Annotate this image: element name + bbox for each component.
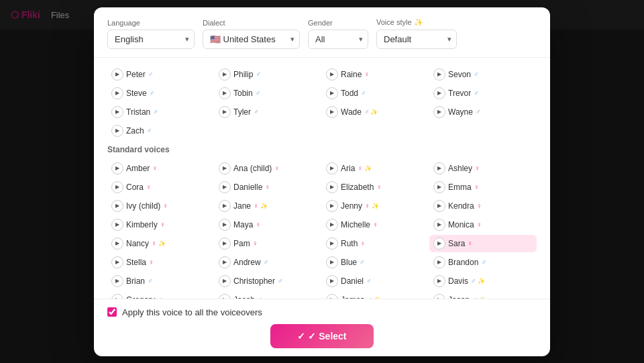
voice-item[interactable]: ▶Brian♂ bbox=[107, 272, 215, 290]
voice-item[interactable]: ▶Ana (child)♀ bbox=[215, 160, 322, 177]
play-voice-button[interactable]: ▶ bbox=[326, 106, 338, 118]
voice-item[interactable]: ▶Blue♂ bbox=[322, 254, 429, 271]
voice-item[interactable]: ▶Zach♂ bbox=[107, 122, 215, 140]
play-voice-button[interactable]: ▶ bbox=[111, 162, 123, 174]
voice-item[interactable]: ▶Tobin♂ bbox=[215, 85, 322, 102]
dialect-select[interactable]: 🇺🇸 United States bbox=[203, 30, 300, 49]
voice-style-select[interactable]: Default bbox=[376, 30, 457, 49]
voice-item[interactable]: ▶Monica♀ bbox=[429, 216, 537, 234]
play-voice-button[interactable]: ▶ bbox=[111, 68, 123, 81]
voice-item[interactable]: ▶Elizabeth♀ bbox=[322, 178, 429, 196]
voice-item[interactable]: ▶Ivy (child)♀ bbox=[107, 197, 215, 215]
play-voice-button[interactable]: ▶ bbox=[219, 106, 231, 118]
play-voice-button[interactable]: ▶ bbox=[219, 162, 231, 174]
voice-item[interactable]: ▶Andrew♂ bbox=[215, 254, 322, 271]
voice-item[interactable]: ▶Kimberly♀ bbox=[107, 216, 215, 234]
play-voice-button[interactable]: ▶ bbox=[326, 256, 338, 268]
voice-item[interactable]: ▶Wayne♂ bbox=[429, 103, 537, 121]
voice-badges: ♀✨ bbox=[358, 164, 372, 172]
voice-item[interactable]: ▶Sevon♂ bbox=[429, 66, 537, 83]
play-voice-button[interactable]: ▶ bbox=[326, 219, 338, 231]
apply-all-checkbox[interactable] bbox=[107, 307, 117, 317]
play-voice-button[interactable]: ▶ bbox=[219, 294, 231, 299]
voice-item[interactable]: ▶Pam♀ bbox=[215, 235, 322, 252]
play-voice-button[interactable]: ▶ bbox=[219, 256, 231, 268]
play-voice-button[interactable]: ▶ bbox=[433, 200, 445, 212]
voice-item[interactable]: ▶Philip♂ bbox=[215, 66, 322, 83]
voice-item[interactable]: ▶Tristan♂ bbox=[107, 103, 215, 121]
play-voice-button[interactable]: ▶ bbox=[219, 219, 231, 231]
voice-item[interactable]: ▶Jacob♂ bbox=[215, 291, 322, 299]
play-voice-button[interactable]: ▶ bbox=[326, 68, 338, 81]
play-voice-button[interactable]: ▶ bbox=[111, 238, 123, 250]
play-voice-button[interactable]: ▶ bbox=[433, 219, 445, 231]
voice-item[interactable]: ▶Kendra♀ bbox=[429, 197, 537, 215]
voice-name: Wade bbox=[341, 107, 362, 117]
voice-item[interactable]: ▶Nancy♀✨ bbox=[107, 235, 215, 252]
voice-item[interactable]: ▶Raine♀ bbox=[322, 66, 429, 83]
voice-item[interactable]: ▶Brandon♂ bbox=[429, 254, 537, 271]
voice-item[interactable]: ▶Aria♀✨ bbox=[322, 160, 429, 177]
voice-item[interactable]: ▶Gregory♂ bbox=[107, 291, 215, 299]
play-voice-button[interactable]: ▶ bbox=[111, 125, 123, 137]
voice-item[interactable]: ▶Emma♀ bbox=[429, 178, 537, 196]
voice-item[interactable]: ▶Todd♂ bbox=[322, 85, 429, 102]
play-voice-button[interactable]: ▶ bbox=[433, 256, 445, 268]
play-voice-button[interactable]: ▶ bbox=[326, 87, 338, 99]
voice-item[interactable]: ▶Jenny♀✨ bbox=[322, 197, 429, 215]
play-voice-button[interactable]: ▶ bbox=[433, 87, 445, 99]
play-voice-button[interactable]: ▶ bbox=[433, 294, 445, 299]
voice-item[interactable]: ▶Stella♀ bbox=[107, 254, 215, 271]
gender-select[interactable]: All Male Female bbox=[308, 30, 368, 49]
voice-item[interactable]: ▶Tyler♂ bbox=[215, 103, 322, 121]
play-voice-button[interactable]: ▶ bbox=[326, 238, 338, 250]
play-voice-button[interactable]: ▶ bbox=[111, 294, 123, 299]
voice-item[interactable]: ▶Cora♀ bbox=[107, 178, 215, 196]
language-select[interactable]: English bbox=[107, 30, 195, 49]
voice-item[interactable]: ▶Ruth♀ bbox=[322, 235, 429, 252]
play-voice-button[interactable]: ▶ bbox=[326, 181, 338, 193]
select-button[interactable]: ✓ Select bbox=[270, 324, 373, 348]
play-voice-button[interactable]: ▶ bbox=[326, 275, 338, 287]
voice-item[interactable]: ▶Christopher♂ bbox=[215, 272, 322, 290]
voice-item[interactable]: ▶Davis♂✨ bbox=[429, 272, 537, 290]
play-voice-button[interactable]: ▶ bbox=[219, 200, 231, 212]
play-voice-button[interactable]: ▶ bbox=[111, 219, 123, 231]
voice-item[interactable]: ▶Sara♀ bbox=[429, 235, 537, 252]
play-voice-button[interactable]: ▶ bbox=[326, 200, 338, 212]
gender-label: Gender bbox=[308, 19, 368, 27]
voice-item[interactable]: ▶Jason♂✨ bbox=[429, 291, 537, 299]
play-voice-button[interactable]: ▶ bbox=[111, 181, 123, 193]
voice-item[interactable]: ▶Amber♀ bbox=[107, 160, 215, 177]
voice-name: Brandon bbox=[448, 258, 478, 267]
play-voice-button[interactable]: ▶ bbox=[326, 294, 338, 299]
play-voice-button[interactable]: ▶ bbox=[111, 106, 123, 118]
voice-item[interactable]: ▶Michelle♀ bbox=[322, 216, 429, 234]
play-voice-button[interactable]: ▶ bbox=[219, 87, 231, 99]
play-voice-button[interactable]: ▶ bbox=[111, 87, 123, 99]
play-voice-button[interactable]: ▶ bbox=[219, 275, 231, 287]
play-voice-button[interactable]: ▶ bbox=[433, 68, 445, 81]
play-voice-button[interactable]: ▶ bbox=[111, 256, 123, 268]
voice-item[interactable]: ▶Trevor♂ bbox=[429, 85, 537, 102]
play-voice-button[interactable]: ▶ bbox=[219, 68, 231, 81]
play-voice-button[interactable]: ▶ bbox=[433, 162, 445, 174]
play-voice-button[interactable]: ▶ bbox=[433, 106, 445, 118]
voice-item[interactable]: ▶Daniel♂ bbox=[322, 272, 429, 290]
play-voice-button[interactable]: ▶ bbox=[219, 238, 231, 250]
play-voice-button[interactable]: ▶ bbox=[111, 275, 123, 287]
voice-item[interactable]: ▶James♂✨ bbox=[322, 291, 429, 299]
play-voice-button[interactable]: ▶ bbox=[219, 181, 231, 193]
play-voice-button[interactable]: ▶ bbox=[433, 181, 445, 193]
voice-item[interactable]: ▶Steve♂ bbox=[107, 85, 215, 102]
voice-item[interactable]: ▶Wade♂✨ bbox=[322, 103, 429, 121]
play-voice-button[interactable]: ▶ bbox=[433, 238, 445, 250]
voice-item[interactable]: ▶Danielle♀ bbox=[215, 178, 322, 196]
voice-item[interactable]: ▶Maya♀ bbox=[215, 216, 322, 234]
play-voice-button[interactable]: ▶ bbox=[111, 200, 123, 212]
play-voice-button[interactable]: ▶ bbox=[433, 275, 445, 287]
voice-item[interactable]: ▶Peter♂ bbox=[107, 66, 215, 83]
voice-item[interactable]: ▶Jane♀✨ bbox=[215, 197, 322, 215]
play-voice-button[interactable]: ▶ bbox=[326, 162, 338, 174]
voice-item[interactable]: ▶Ashley♀ bbox=[429, 160, 537, 177]
